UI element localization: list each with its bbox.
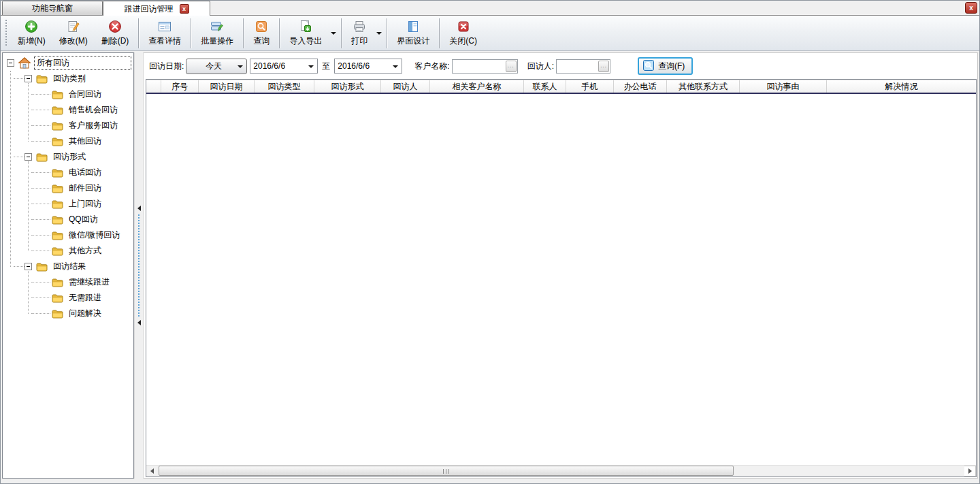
folder-icon <box>52 231 63 240</box>
scrollbar-thumb[interactable] <box>159 466 734 476</box>
tree-item-label: 问题解决 <box>67 307 103 320</box>
tab-label: 功能导航窗 <box>32 3 73 13</box>
tree-item[interactable]: 其他方式 <box>3 243 133 259</box>
toolbar-separator <box>439 18 440 48</box>
scroll-left-icon[interactable] <box>146 466 158 477</box>
tree-item[interactable]: 所有回访 <box>3 55 133 71</box>
folder-icon <box>36 262 48 272</box>
tree-item[interactable]: 邮件回访 <box>3 180 133 196</box>
toolbar-dropdown-print[interactable] <box>374 18 384 49</box>
visitor-lookup-button[interactable]: ... <box>598 61 609 72</box>
folder-icon <box>52 309 63 319</box>
visitor-input[interactable] <box>557 61 598 72</box>
column-header[interactable]: 序号 <box>161 80 199 93</box>
customer-lookup-button[interactable]: ... <box>506 61 517 72</box>
tree-item[interactable]: 上门回访 <box>3 196 133 212</box>
date-to-value: 2016/6/6 <box>338 61 370 71</box>
chevron-down-icon <box>308 65 314 68</box>
tree-item-label: 上门回访 <box>67 197 103 210</box>
search-icon <box>643 60 654 73</box>
tree-item-label: 客户服务回访 <box>67 119 120 132</box>
collapse-toggle-icon[interactable] <box>24 153 32 161</box>
collapse-left-icon[interactable] <box>137 320 141 325</box>
window-close-button[interactable]: x <box>965 2 977 14</box>
toolbar-button-label: 修改(M) <box>59 35 88 47</box>
search-button[interactable]: 查询(F) <box>638 57 693 75</box>
tab-followup-visit-management[interactable]: 跟进回访管理 x <box>103 1 210 16</box>
tree-item[interactable]: 需继续跟进 <box>3 274 133 290</box>
collapse-toggle-icon[interactable] <box>7 59 14 67</box>
toolbar-button-close[interactable]: 关闭(C) <box>442 18 484 49</box>
tree-item[interactable]: 问题解决 <box>3 306 133 321</box>
column-header[interactable]: 回访形式 <box>314 80 381 93</box>
column-header[interactable]: 回访类型 <box>255 80 314 93</box>
tree-item[interactable]: 回访形式 <box>3 149 133 165</box>
column-header[interactable]: 其他联系方式 <box>667 80 740 93</box>
grid-body-empty[interactable] <box>146 94 976 465</box>
tree-item[interactable]: 微信/微博回访 <box>3 227 133 243</box>
column-header[interactable]: 回访事由 <box>740 80 827 93</box>
tree-item[interactable]: 回访类别 <box>3 71 133 86</box>
toolbar-grip-handle[interactable] <box>5 20 7 47</box>
tree-item-label: 微信/微博回访 <box>67 229 122 242</box>
toolbar-button-label: 关闭(C) <box>449 35 477 47</box>
column-header[interactable]: 联系人 <box>524 80 566 93</box>
column-header-label: 办公电话 <box>624 81 657 93</box>
tree-item[interactable]: 回访结果 <box>3 259 133 274</box>
import-export-icon <box>299 20 312 33</box>
app-window: 功能导航窗 跟进回访管理 x x 新增(N)修改(M)删除(D)查看详情批量操作… <box>0 0 980 484</box>
column-header-label: 回访形式 <box>331 81 364 93</box>
tree-item[interactable]: QQ回访 <box>3 212 133 227</box>
tree-item-label: 其他回访 <box>67 135 103 148</box>
toolbar-button-query[interactable]: 查询 <box>246 18 276 49</box>
tree-splitter[interactable] <box>134 52 144 479</box>
ui-design-icon <box>406 20 420 33</box>
date-to-dropdown[interactable]: 2016/6/6 <box>334 59 402 74</box>
column-header-label: 回访类型 <box>268 81 301 93</box>
toolbar-separator <box>279 18 280 48</box>
tree-item[interactable]: 其他回访 <box>3 133 133 149</box>
visits-grid: 序号回访日期回访类型回访形式回访人相关客户名称联系人手机办公电话其他联系方式回访… <box>146 79 977 477</box>
toolbar-button-view-detail[interactable]: 查看详情 <box>142 18 188 49</box>
horizontal-scrollbar[interactable] <box>146 465 976 477</box>
toolbar-dropdown-import-export[interactable] <box>329 18 338 49</box>
toolbar-button-add[interactable]: 新增(N) <box>11 18 52 49</box>
delete-icon <box>108 20 122 33</box>
column-header[interactable]: 相关客户名称 <box>430 80 524 93</box>
toolbar-button-label: 查询 <box>253 35 270 47</box>
folder-icon <box>52 106 63 115</box>
column-header[interactable]: 手机 <box>566 80 614 93</box>
toolbar-button-print[interactable]: 打印 <box>344 18 374 49</box>
column-header[interactable]: 解决情况 <box>827 80 976 93</box>
collapse-toggle-icon[interactable] <box>24 75 32 82</box>
column-header[interactable]: 回访人 <box>381 80 430 93</box>
tree-item[interactable]: 客户服务回访 <box>3 118 133 133</box>
visitor-label: 回访人: <box>527 61 554 72</box>
date-from-dropdown[interactable]: 2016/6/6 <box>250 59 318 74</box>
toolbar-button-batch-ops[interactable]: 批量操作 <box>194 18 240 49</box>
tab-close-icon[interactable]: x <box>180 4 189 14</box>
toolbar-button-edit[interactable]: 修改(M) <box>52 18 95 49</box>
collapse-left-icon[interactable] <box>137 206 141 211</box>
tree-item-label: 销售机会回访 <box>67 103 120 116</box>
column-header[interactable]: 回访日期 <box>199 80 255 93</box>
toolbar-button-ui-design[interactable]: 界面设计 <box>390 18 436 49</box>
tab-function-nav[interactable]: 功能导航窗 <box>2 1 103 15</box>
splitter-dots[interactable] <box>138 214 140 317</box>
toolbar-button-delete[interactable]: 删除(D) <box>95 18 136 49</box>
customer-name-input[interactable] <box>453 61 506 72</box>
collapse-toggle-icon[interactable] <box>24 263 32 270</box>
tree-item[interactable]: 合同回访 <box>3 86 133 102</box>
date-preset-dropdown[interactable]: 今天 <box>186 59 247 74</box>
tree-item[interactable]: 销售机会回访 <box>3 102 133 118</box>
column-header[interactable]: 办公电话 <box>614 80 667 93</box>
toolbar-button-import-export[interactable]: 导入导出 <box>282 18 329 49</box>
tree-item[interactable]: 无需跟进 <box>3 290 133 306</box>
toolbar: 新增(N)修改(M)删除(D)查看详情批量操作查询导入导出打印界面设计关闭(C) <box>1 16 979 51</box>
row-indicator-header[interactable] <box>146 80 161 93</box>
tree-item-label: 电话回访 <box>67 166 103 179</box>
tree-item[interactable]: 电话回访 <box>3 165 133 180</box>
customer-name-field-wrap: ... <box>452 59 518 74</box>
toolbar-button-label: 批量操作 <box>201 35 233 47</box>
scroll-right-icon[interactable] <box>964 466 976 477</box>
